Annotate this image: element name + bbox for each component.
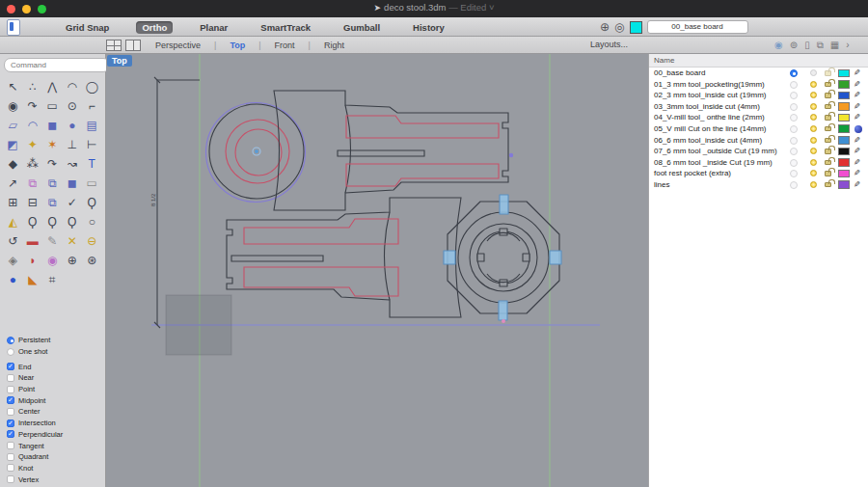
toolbar-toggle-planar[interactable]: Planar bbox=[194, 21, 233, 34]
osnap-check-tangent[interactable]: Tangent bbox=[7, 440, 103, 451]
tool-icon-38[interactable]: Ϙ bbox=[63, 212, 83, 231]
layer-name[interactable]: 01_3 mm tool_pocketing(19mm) bbox=[654, 79, 765, 91]
layer-visibility-bulb-icon[interactable] bbox=[810, 103, 817, 110]
current-layer-radio[interactable] bbox=[790, 148, 798, 155]
layer-color-swatch[interactable] bbox=[838, 148, 850, 156]
tool-icon-19[interactable]: ⊢ bbox=[82, 135, 102, 154]
layer-name[interactable]: 03_3mm tool_inside cut (4mm) bbox=[654, 101, 760, 113]
checkbox[interactable] bbox=[7, 442, 14, 449]
layer-color-swatch[interactable] bbox=[838, 170, 850, 178]
tool-icon-30[interactable]: ⊞ bbox=[3, 193, 23, 212]
layer-name[interactable]: 06_6 mm tool_inside cut (4mm) bbox=[654, 135, 762, 147]
osnap-check-point[interactable]: Point bbox=[7, 384, 103, 395]
layer-color-swatch[interactable] bbox=[838, 124, 850, 133]
gear-icon[interactable]: ⊚ bbox=[790, 41, 798, 50]
osnap-check-quadrant[interactable]: Quadrant bbox=[7, 451, 103, 463]
tool-icon-18[interactable]: ⊥ bbox=[63, 135, 83, 154]
tool-icon-20[interactable]: ◆ bbox=[3, 154, 23, 174]
layer-lock-icon[interactable] bbox=[825, 182, 831, 188]
layer-lock-icon[interactable] bbox=[825, 115, 831, 121]
command-input[interactable] bbox=[4, 58, 110, 72]
layer-row-07-6-mm-tool-outside-cut-19-mm-[interactable]: 07_6 mm tool _outside Cut (19 mm)✎ bbox=[649, 146, 868, 157]
tool-icon-0[interactable]: ↖ bbox=[3, 77, 23, 96]
layer-name[interactable]: 02_3 mm tool_inside cut (19mm) bbox=[654, 90, 767, 101]
tool-icon-50[interactable]: ● bbox=[3, 270, 23, 289]
tool-icon-52[interactable]: ⌗ bbox=[42, 270, 63, 289]
layer-row-lines[interactable]: lines✎ bbox=[649, 179, 868, 191]
layer-row-04-v-mill-tool-onthe-line-2mm-[interactable]: 04_V-mill tool_ onthe line (2mm)✎ bbox=[649, 112, 868, 123]
layer-visibility-bulb-icon[interactable] bbox=[810, 170, 817, 176]
layer-color-swatch[interactable] bbox=[838, 80, 850, 89]
tool-icon-10[interactable]: ▱ bbox=[3, 116, 23, 135]
tool-icon-29[interactable]: ▭ bbox=[82, 174, 102, 193]
toolbar-toggle-smarttrack[interactable]: SmartTrack bbox=[255, 21, 316, 34]
layer-name[interactable]: 00_base board bbox=[654, 68, 705, 79]
radio-button[interactable] bbox=[7, 337, 14, 344]
layer-visibility-bulb-icon[interactable] bbox=[810, 148, 817, 154]
tool-icon-14[interactable]: ▤ bbox=[82, 116, 102, 135]
tool-icon-51[interactable]: ◣ bbox=[23, 270, 43, 289]
tool-icon-23[interactable]: ↝ bbox=[63, 154, 83, 174]
layer-material-pen-icon[interactable]: ✎ bbox=[854, 101, 860, 113]
layer-color-swatch[interactable] bbox=[838, 180, 850, 189]
layer-name[interactable]: lines bbox=[654, 179, 669, 191]
tool-icon-25[interactable]: ↗ bbox=[3, 174, 23, 193]
layer-lock-icon[interactable] bbox=[825, 160, 831, 166]
layer-material-pen-icon[interactable]: ✎ bbox=[854, 112, 860, 123]
tool-icon-49[interactable]: ⊛ bbox=[82, 251, 102, 270]
tool-icon-1[interactable]: ∴ bbox=[23, 77, 43, 96]
layer-visibility-bulb-icon[interactable] bbox=[810, 69, 817, 76]
tool-icon-45[interactable]: ◈ bbox=[3, 251, 23, 270]
checkbox[interactable]: ✓ bbox=[7, 430, 14, 438]
tab-top[interactable]: Top bbox=[224, 41, 251, 50]
tool-icon-11[interactable]: ◠ bbox=[23, 116, 43, 135]
tool-icon-12[interactable]: ◼ bbox=[42, 116, 63, 135]
layer-lock-icon[interactable] bbox=[825, 138, 831, 144]
tool-icon-42[interactable]: ✎ bbox=[42, 231, 63, 251]
tool-icon-33[interactable]: ✓ bbox=[63, 193, 83, 212]
tool-icon-37[interactable]: Ϙ bbox=[42, 212, 63, 231]
tool-icon-13[interactable]: ● bbox=[63, 116, 83, 135]
layer-material-pen-icon[interactable]: ✎ bbox=[854, 79, 860, 91]
current-layer-radio[interactable] bbox=[790, 159, 798, 167]
layer-row-05-v-mill-cut-on-the-line-14mm-[interactable]: 05_V mill Cut on the line (14mm) bbox=[649, 123, 868, 135]
current-layer-radio[interactable] bbox=[790, 69, 798, 77]
checkbox[interactable]: ✓ bbox=[7, 396, 14, 404]
layer-row-01-3-mm-tool-pocketing-19mm-[interactable]: 01_3 mm tool_pocketing(19mm)✎ bbox=[649, 79, 868, 91]
current-layer-swatch[interactable] bbox=[630, 21, 642, 34]
tool-icon-17[interactable]: ✶ bbox=[42, 135, 63, 154]
osnap-radio-one-shot[interactable]: One shot bbox=[7, 346, 103, 358]
osnap-check-midpoint[interactable]: ✓Midpoint bbox=[7, 394, 103, 406]
current-layer-radio[interactable] bbox=[790, 137, 798, 145]
layer-lock-icon[interactable] bbox=[825, 93, 831, 98]
layer-lock-icon[interactable] bbox=[825, 70, 831, 76]
current-layer-radio[interactable] bbox=[790, 92, 798, 99]
layer-name[interactable]: foot rest pocket (extra) bbox=[654, 168, 731, 179]
layer-visibility-bulb-icon[interactable] bbox=[810, 137, 817, 144]
current-layer-radio[interactable] bbox=[790, 170, 798, 177]
tab-right[interactable]: Right bbox=[318, 41, 350, 50]
tool-icon-21[interactable]: ⁂ bbox=[23, 154, 43, 174]
layer-name[interactable]: 08_6 mm tool _inside Cut (19 mm) bbox=[654, 157, 773, 169]
layer-name[interactable]: 05_V mill Cut on the line (14mm) bbox=[654, 123, 767, 135]
layouts-button[interactable]: Layouts... bbox=[590, 40, 628, 49]
tool-icon-2[interactable]: ⋀ bbox=[42, 77, 63, 96]
checkbox[interactable] bbox=[7, 453, 14, 461]
tool-icon-48[interactable]: ⊕ bbox=[63, 251, 83, 270]
osnap-radio-persistent[interactable]: Persistent bbox=[7, 335, 103, 346]
layer-color-swatch[interactable] bbox=[838, 102, 850, 111]
osnap-check-center[interactable]: Center bbox=[7, 406, 103, 418]
toolbar-toggle-grid-snap[interactable]: Grid Snap bbox=[60, 21, 115, 34]
layer-name[interactable]: 04_V-mill tool_ onthe line (2mm) bbox=[654, 112, 765, 123]
tool-icon-44[interactable]: ⊖ bbox=[82, 231, 102, 251]
checkbox[interactable] bbox=[7, 475, 14, 483]
tool-icon-41[interactable]: ▬ bbox=[23, 231, 43, 251]
new-layer-icon[interactable]: ▯ bbox=[804, 41, 810, 50]
layer-material-pen-icon[interactable]: ✎ bbox=[854, 90, 860, 101]
tool-icon-31[interactable]: ⊟ bbox=[23, 193, 43, 212]
layer-material-pen-icon[interactable]: ✎ bbox=[854, 168, 860, 179]
four-viewports-icon[interactable] bbox=[106, 40, 122, 51]
tool-icon-40[interactable]: ↺ bbox=[3, 231, 23, 251]
tool-icon-9[interactable]: ⌐ bbox=[82, 96, 102, 116]
osnap-check-perpendicular[interactable]: ✓Perpendicular bbox=[7, 429, 103, 441]
